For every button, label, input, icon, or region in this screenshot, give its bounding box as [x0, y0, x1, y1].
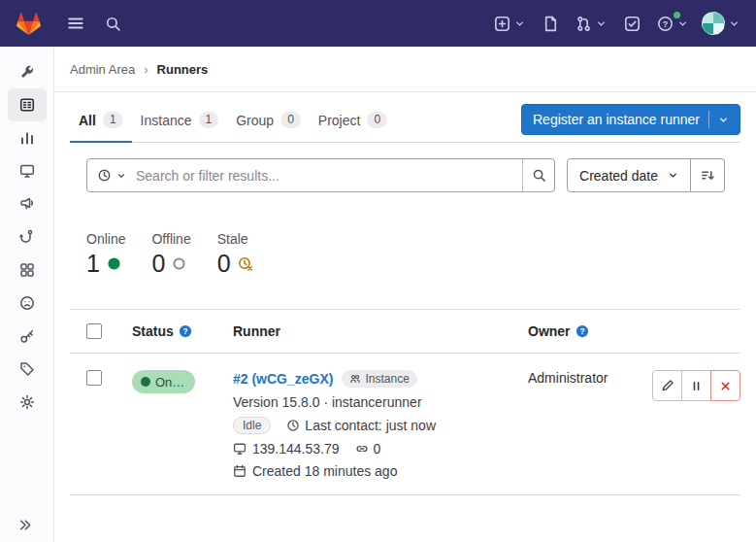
search-history-dropdown[interactable] [87, 159, 136, 191]
collapse-sidebar-button[interactable] [17, 518, 32, 532]
select-all-checkbox[interactable] [86, 323, 102, 339]
runner-link[interactable]: #2 (wCG_zeGX) [233, 371, 333, 387]
search-submit-button[interactable] [522, 159, 554, 191]
breadcrumb: Admin Area › Runners [54, 47, 756, 92]
gitlab-logo[interactable] [13, 8, 45, 39]
history-clock-icon [97, 168, 112, 183]
runner-state-label: Idle [243, 419, 261, 432]
breadcrumb-admin-area[interactable]: Admin Area [70, 62, 135, 77]
filter-bar: Created date [86, 158, 725, 192]
sidebar-item-credentials[interactable] [8, 320, 47, 353]
new-menu-button[interactable] [490, 8, 529, 39]
stat-offline-label: Offline [151, 231, 190, 247]
button-divider [708, 111, 709, 128]
chevron-down-icon [729, 18, 740, 29]
clock-icon [286, 419, 300, 432]
notification-dot [674, 12, 680, 18]
issues-button[interactable] [535, 8, 566, 39]
runner-created-text: Created 18 minutes ago [252, 463, 397, 479]
sidebar-item-messages[interactable] [8, 187, 47, 220]
todos-button[interactable] [616, 8, 647, 39]
search-button[interactable] [97, 8, 128, 39]
hook-icon [19, 229, 35, 245]
megaphone-icon [19, 196, 35, 212]
sidebar-item-applications[interactable] [8, 254, 47, 287]
tab-group-label: Group [236, 113, 274, 128]
search-icon [532, 168, 546, 183]
sidebar-item-settings[interactable] [8, 386, 47, 419]
chart-icon [19, 130, 35, 146]
stat-online-value: 1 [86, 250, 100, 278]
stat-offline-value: 0 [151, 250, 165, 278]
runner-column-header: Runner [233, 323, 280, 339]
frown-face-icon [19, 295, 35, 311]
grid-icon [19, 262, 35, 278]
stat-offline: Offline 0 [151, 231, 190, 278]
tab-instance-label: Instance [141, 113, 192, 128]
tab-project[interactable]: Project 0 [310, 102, 396, 143]
stat-online-label: Online [86, 231, 125, 247]
tab-all-count: 1 [103, 112, 123, 128]
runner-projects-count: 0 [374, 441, 381, 457]
sort-direction-button[interactable] [691, 158, 725, 192]
svg-text:?: ? [663, 18, 669, 28]
issues-icon [542, 16, 559, 32]
delete-runner-button[interactable] [710, 370, 740, 401]
register-instance-runner-button[interactable]: Register an instance runner [521, 104, 740, 135]
breadcrumb-runners: Runners [157, 62, 209, 77]
runner-actions [652, 370, 740, 401]
search-input[interactable] [136, 168, 522, 184]
sort-by-dropdown[interactable]: Created date [567, 158, 691, 192]
filtered-search-box [86, 158, 555, 192]
row-checkbox[interactable] [86, 370, 102, 386]
double-chevron-right-icon [17, 518, 32, 532]
status-stale-icon [238, 256, 253, 272]
status-offline-icon [172, 256, 186, 271]
svg-text:?: ? [579, 326, 584, 336]
label-tag-icon [19, 361, 35, 377]
runner-state-badge: Idle [233, 417, 271, 434]
sidebar-item-monitoring[interactable] [8, 154, 47, 187]
admin-sidebar [0, 47, 54, 542]
sidebar-item-labels[interactable] [8, 353, 47, 386]
merge-requests-button[interactable] [572, 8, 610, 39]
chevron-down-icon [668, 170, 678, 181]
svg-text:?: ? [182, 326, 187, 336]
tab-all-label: All [79, 113, 96, 128]
top-navbar: ? [0, 0, 756, 47]
user-avatar [702, 12, 725, 35]
breadcrumb-separator: › [144, 62, 148, 77]
calendar-icon [233, 464, 247, 478]
last-contact-text: Last contact: just now [305, 418, 436, 433]
sidebar-item-overview[interactable] [8, 88, 47, 121]
owner-help-icon[interactable]: ? [575, 324, 589, 338]
stat-online: Online 1 [86, 231, 125, 278]
help-button[interactable]: ? [653, 8, 692, 39]
sort-controls: Created date [567, 158, 725, 192]
user-menu-button[interactable] [698, 8, 743, 39]
host-icon [233, 442, 247, 456]
sidebar-item-system-hooks[interactable] [8, 220, 47, 254]
runner-status-stats: Online 1 Offline 0 [86, 231, 740, 278]
menu-toggle-button[interactable] [60, 8, 91, 39]
sidebar-item-analytics[interactable] [8, 121, 47, 154]
status-online-icon [107, 256, 121, 271]
tab-instance[interactable]: Instance 1 [132, 102, 228, 143]
online-dot-icon [141, 377, 150, 387]
status-badge: Online [132, 370, 195, 393]
help-icon: ? [657, 16, 674, 32]
search-icon [105, 16, 121, 32]
runners-table: Status ? Runner Owner ? [70, 309, 740, 495]
edit-runner-button[interactable] [652, 370, 682, 401]
tab-all[interactable]: All 1 [70, 102, 132, 143]
sort-descending-icon [701, 168, 715, 183]
tab-group[interactable]: Group 0 [227, 102, 310, 143]
sidebar-item-admin-area[interactable] [8, 55, 47, 88]
sidebar-item-abuse-reports[interactable] [8, 287, 47, 320]
runner-type-label: Instance [365, 372, 409, 386]
runner-type-badge: Instance [342, 370, 416, 388]
hamburger-icon [67, 15, 84, 32]
pause-runner-button[interactable] [681, 370, 711, 401]
status-help-icon[interactable]: ? [179, 324, 192, 338]
chevron-down-icon [677, 18, 688, 29]
